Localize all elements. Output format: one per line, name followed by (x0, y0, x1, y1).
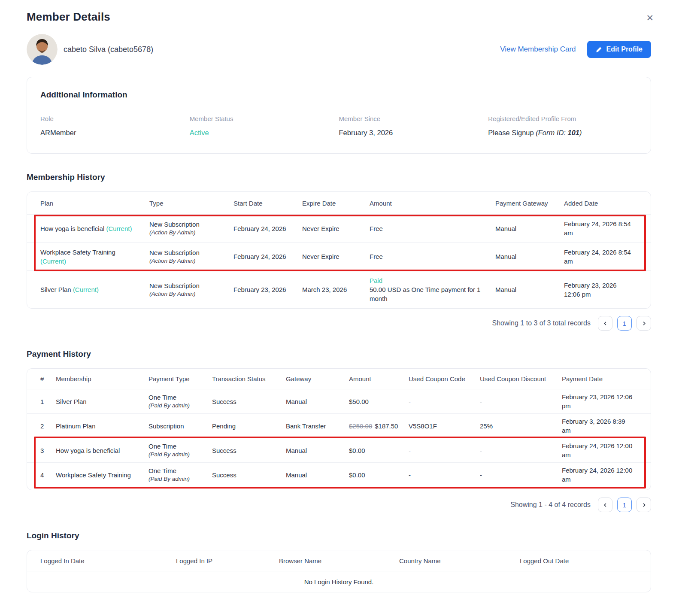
col-plan: Plan (40, 199, 149, 208)
table-row: Workplace Safety Training (Current) New … (27, 242, 651, 270)
records-count-text: Showing 1 to 3 of 3 total records (492, 319, 591, 327)
prev-page-button[interactable] (598, 316, 612, 331)
form-id-suffix: ) (579, 129, 582, 137)
col-payment-gateway: Payment Gateway (495, 199, 564, 208)
cell-payment-type: Subscription (149, 422, 212, 431)
cell-expire-date: Never Expire (302, 224, 370, 233)
cell-payment-type: One Time(Paid By admin) (149, 393, 212, 410)
table-row: 3 How yoga is beneficial One Time(Paid B… (27, 438, 651, 462)
cell-coupon: - (409, 470, 480, 479)
avatar-photo (27, 34, 58, 65)
cell-membership: Platinum Plan (56, 422, 149, 431)
cell-status: Pending (212, 422, 286, 431)
col-added-date: Added Date (564, 199, 644, 208)
edit-profile-button[interactable]: Edit Profile (587, 41, 651, 58)
current-tag: (Current) (106, 225, 132, 232)
pencil-icon (596, 46, 602, 53)
field-registered-from: Registered/Edited Profile From Please Si… (488, 115, 637, 137)
login-history-table: Logged In Date Logged In IP Browser Name… (27, 550, 651, 592)
panel-header: Member Details ✕ (27, 10, 651, 24)
next-page-button[interactable] (637, 316, 651, 331)
page-number-button[interactable]: 1 (617, 316, 632, 331)
registered-form-name: Please Signup (488, 129, 533, 137)
cell-number: 4 (40, 470, 56, 479)
col-country-name: Country Name (399, 556, 520, 565)
cell-plan: Silver Plan (Current) (40, 285, 149, 294)
current-tag: (Current) (73, 286, 99, 293)
records-count-text: Showing 1 - 4 of 4 records (510, 501, 591, 509)
cell-gateway: Bank Transfer (286, 422, 349, 431)
cell-number: 1 (40, 397, 56, 406)
cell-coupon: V5S8O1F (409, 422, 480, 431)
edit-profile-label: Edit Profile (606, 46, 643, 53)
cell-payment-type: One Time(Paid By admin) (149, 466, 212, 483)
cell-number: 2 (40, 422, 56, 431)
cell-start-date: February 23, 2026 (233, 285, 302, 294)
col-payment-date: Payment Date (562, 374, 644, 383)
col-amount: Amount (370, 199, 495, 208)
page-number-button[interactable]: 1 (617, 498, 632, 512)
empty-state-message: No Login History Found. (27, 571, 651, 592)
col-payment-type: Payment Type (149, 374, 212, 383)
col-gateway: Gateway (286, 374, 349, 383)
cell-gateway: Manual (495, 224, 564, 233)
field-label: Role (40, 115, 190, 122)
col-logged-out-date: Logged Out Date (520, 556, 644, 565)
next-page-button[interactable] (637, 498, 651, 512)
cell-expire-date: Never Expire (302, 252, 370, 261)
chevron-right-icon (642, 321, 646, 326)
prev-page-button[interactable] (598, 498, 612, 512)
table-row: 2 Platinum Plan Subscription Pending Ban… (27, 413, 651, 438)
cell-status: Success (212, 397, 286, 406)
cell-status: Success (212, 470, 286, 479)
avatar (27, 34, 58, 65)
cell-number: 3 (40, 446, 56, 455)
cell-amount: Free (370, 224, 495, 233)
cell-date: February 3, 2026 8:39 am (562, 417, 644, 435)
cell-amount: Free (370, 252, 495, 261)
cell-date: February 24, 2026 12:00 am (562, 466, 644, 484)
col-membership: Membership (56, 374, 149, 383)
close-icon[interactable]: ✕ (646, 13, 654, 23)
col-coupon-code: Used Coupon Code (409, 374, 480, 383)
view-membership-card-link[interactable]: View Membership Card (500, 45, 576, 54)
table-row: 1 Silver Plan One Time(Paid By admin) Su… (27, 389, 651, 413)
cell-type: New Subscription(Action By Admin) (149, 281, 233, 298)
chevron-left-icon (603, 503, 608, 507)
field-role: Role ARMember (40, 115, 190, 137)
col-logged-in-ip: Logged In IP (176, 556, 279, 565)
additional-info-grid: Role ARMember Member Status Active Membe… (40, 115, 637, 137)
additional-info-heading: Additional Information (40, 90, 637, 100)
cell-discount: - (480, 397, 562, 406)
member-details-panel: Member Details ✕ cabeto Silva (cabeto567… (0, 0, 682, 616)
col-coupon-discount: Used Coupon Discount (480, 374, 562, 383)
chevron-left-icon (603, 321, 608, 326)
membership-history-table: Plan Type Start Date Expire Date Amount … (27, 191, 651, 309)
table-header-row: Plan Type Start Date Expire Date Amount … (27, 192, 651, 214)
cell-added-date: February 24, 2026 8:54 am (564, 219, 644, 237)
cell-membership: Workplace Safety Training (56, 470, 149, 479)
field-value: Please Signup (Form ID: 101) (488, 129, 637, 137)
cell-discount: - (480, 470, 562, 479)
additional-info-card: Additional Information Role ARMember Mem… (27, 77, 651, 154)
payment-history-heading: Payment History (27, 349, 651, 359)
cell-gateway: Manual (286, 446, 349, 455)
col-browser-name: Browser Name (279, 556, 399, 565)
field-member-status: Member Status Active (190, 115, 339, 137)
table-header-row: # Membership Payment Type Transaction St… (27, 369, 651, 389)
field-member-since: Member Since February 3, 2026 (339, 115, 488, 137)
payment-pagination: Showing 1 - 4 of 4 records 1 (27, 498, 651, 512)
cell-amount: $0.00 (349, 470, 409, 479)
paid-status: Paid (370, 276, 485, 285)
cell-coupon: - (409, 446, 480, 455)
col-start-date: Start Date (233, 199, 302, 208)
cell-plan: Workplace Safety Training (Current) (40, 248, 149, 266)
cell-date: February 23, 2026 12:06 pm (562, 392, 644, 410)
cell-amount: $250.00$187.50 (349, 422, 409, 431)
cell-coupon: - (409, 397, 480, 406)
table-row: 4 Workplace Safety Training One Time(Pai… (27, 462, 651, 487)
cell-type: New Subscription(Action By Admin) (149, 248, 233, 265)
field-label: Member Since (339, 115, 488, 122)
field-label: Registered/Edited Profile From (488, 115, 637, 122)
cell-added-date: February 24, 2026 8:54 am (564, 248, 644, 266)
